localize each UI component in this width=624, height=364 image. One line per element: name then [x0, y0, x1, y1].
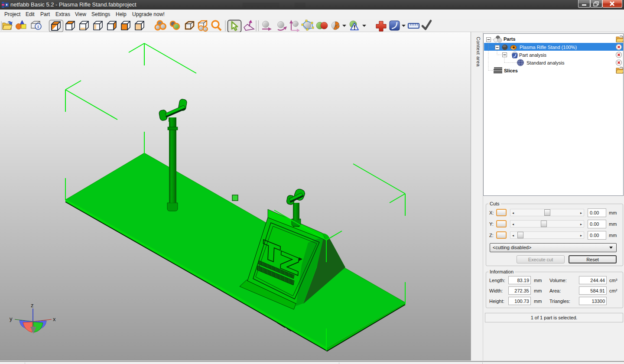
svg-text:z: z [31, 302, 34, 309]
svg-text:y: y [10, 315, 13, 322]
svg-text:x: x [53, 316, 56, 322]
svg-text:i: i [38, 24, 39, 29]
